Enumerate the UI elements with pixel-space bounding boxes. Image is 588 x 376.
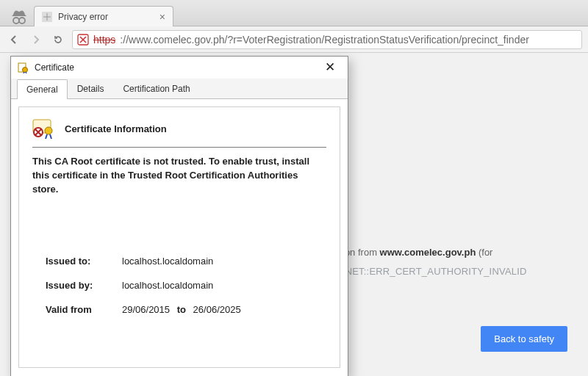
- valid-to-label: to: [177, 304, 186, 315]
- back-to-safety-button[interactable]: Back to safety: [481, 326, 567, 352]
- reload-button[interactable]: [50, 32, 66, 48]
- address-bar[interactable]: https://www.comelec.gov.ph/?r=VoterRegis…: [72, 30, 582, 49]
- tab-strip: Privacy error ×: [0, 0, 588, 26]
- cert-info-title: Certificate Information: [65, 123, 167, 134]
- dialog-title: Certificate: [35, 62, 74, 73]
- back-button[interactable]: [6, 32, 22, 48]
- page-favicon: [42, 12, 52, 22]
- page-content: ate rmation from www.comelec.gov.ph (for…: [0, 53, 588, 376]
- valid-from-label: Valid from: [46, 304, 112, 315]
- insecure-icon: [77, 34, 89, 46]
- close-icon[interactable]: ✕: [318, 59, 342, 76]
- privacy-error-page: ate rmation from www.comelec.gov.ph (for…: [323, 207, 573, 283]
- svg-point-5: [23, 68, 28, 73]
- url-scheme: https: [93, 34, 115, 46]
- valid-from-value: 29/06/2015: [122, 304, 170, 315]
- incognito-icon: [4, 8, 34, 26]
- certificate-icon: [17, 62, 29, 73]
- issued-to-label: Issued to:: [46, 256, 112, 267]
- tab-title: Privacy error: [58, 12, 154, 22]
- tab-close-icon[interactable]: ×: [159, 12, 165, 22]
- error-domain: www.comelec.gov.ph: [380, 247, 476, 258]
- cert-warning-message: This CA Root certificate is not trusted.…: [32, 155, 326, 197]
- svg-point-8: [45, 127, 52, 134]
- dialog-titlebar[interactable]: Certificate ✕: [11, 57, 348, 79]
- cert-fields: Issued to: localhost.localdomain Issued …: [46, 256, 326, 315]
- issued-to-row: Issued to: localhost.localdomain: [46, 256, 326, 267]
- cert-ribbon-icon: [32, 118, 57, 140]
- valid-row: Valid from 29/06/2015 to 26/06/2025: [46, 304, 326, 315]
- error-line2: rds). NET::ERR_CERT_AUTHORITY_INVALID: [323, 264, 573, 279]
- certificate-dialog: Certificate ✕ General Details Certificat…: [10, 56, 348, 376]
- url-rest: ://www.comelec.gov.ph/?r=VoterRegistrati…: [120, 34, 529, 46]
- error-heading: ate: [323, 207, 573, 228]
- issued-by-row: Issued by: localhost.localdomain: [46, 280, 326, 291]
- tab-details[interactable]: Details: [68, 79, 114, 98]
- browser-tab[interactable]: Privacy error ×: [34, 6, 173, 26]
- svg-point-0: [13, 18, 19, 24]
- dialog-body: Certificate Information This CA Root cer…: [18, 106, 340, 368]
- issued-by-value: localhost.localdomain: [122, 280, 213, 291]
- error-code: NET::ERR_CERT_AUTHORITY_INVALID: [345, 266, 527, 277]
- tab-general[interactable]: General: [17, 79, 68, 99]
- tab-certification-path[interactable]: Certification Path: [113, 79, 199, 98]
- error-line1: rmation from www.comelec.gov.ph (for: [323, 245, 573, 260]
- issued-to-value: localhost.localdomain: [122, 256, 213, 267]
- dialog-tabs: General Details Certification Path: [11, 79, 348, 99]
- svg-point-1: [19, 18, 25, 24]
- cert-info-heading: Certificate Information: [32, 115, 326, 148]
- toolbar: https://www.comelec.gov.ph/?r=VoterRegis…: [0, 26, 588, 53]
- issued-by-label: Issued by:: [46, 280, 112, 291]
- valid-to-value: 26/06/2025: [193, 304, 241, 315]
- forward-button[interactable]: [28, 32, 44, 48]
